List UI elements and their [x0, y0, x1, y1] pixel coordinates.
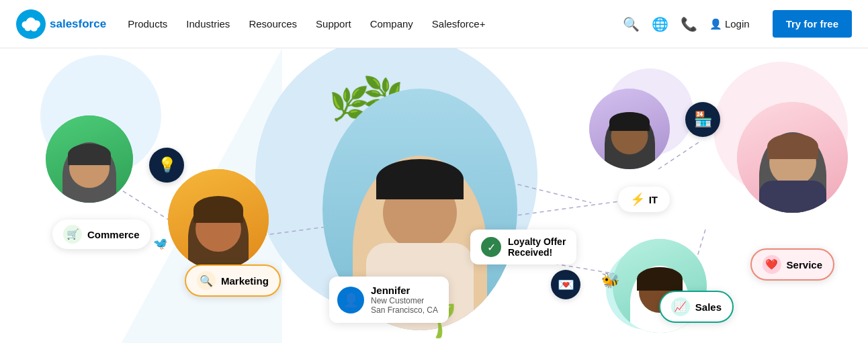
store-icon: 🏪	[694, 111, 712, 128]
phone-icon[interactable]: 📞	[681, 16, 697, 32]
commerce-label: Commerce	[87, 229, 140, 240]
lightning-icon: ⚡	[630, 192, 645, 207]
jennifer-name: Jennifer	[371, 285, 438, 296]
marketing-icon: 🔍	[197, 271, 216, 290]
lightbulb-icon: 💡	[158, 156, 176, 174]
hero-section: 💡 🏪 💌 🛒 Commerce 🔍 Marketing ⚡ IT ✓ Loya…	[0, 48, 868, 343]
logo-text: salesforce	[50, 17, 106, 31]
jennifer-line2: New Customer	[371, 296, 438, 305]
avatar-woman-orange	[168, 169, 269, 270]
avatar-woman-purple	[589, 89, 670, 169]
nav-item-salesforce-plus[interactable]: Salesforce+	[432, 18, 486, 30]
loyalty-title: Loyalty Offer	[508, 236, 566, 247]
sales-label: Sales	[695, 301, 722, 313]
sales-pill: 📈 Sales	[659, 291, 734, 323]
try-for-free-button[interactable]: Try for free	[773, 10, 852, 38]
navbar: salesforce Products Industries Resources…	[0, 0, 868, 48]
login-button[interactable]: 👤 Login	[709, 18, 750, 30]
commerce-icon: 🛒	[63, 225, 82, 244]
login-label: Login	[725, 18, 750, 30]
avatar-man	[46, 115, 133, 203]
sales-icon: 📈	[671, 297, 690, 316]
nav-icons: 🔍 🌐 📞 👤 Login Try for free	[623, 10, 852, 38]
svg-point-3	[30, 24, 38, 32]
nav-item-company[interactable]: Company	[370, 18, 413, 30]
logo[interactable]: salesforce	[16, 9, 106, 39]
service-pill: ❤️ Service	[750, 248, 834, 281]
salesforce-logo	[16, 9, 46, 39]
loyalty-subtitle: Received!	[508, 247, 566, 258]
hummingbird-icon: 🐦	[153, 236, 168, 251]
jennifer-avatar: 👤	[337, 287, 364, 313]
nav-item-products[interactable]: Products	[128, 18, 167, 30]
loyalty-text: Loyalty Offer Received!	[508, 236, 566, 258]
marketing-label: Marketing	[221, 275, 269, 287]
store-icon-circle: 🏪	[685, 102, 720, 137]
svg-point-4	[25, 24, 32, 31]
message-icon: 💌	[558, 277, 574, 293]
it-badge: ⚡ IT	[618, 187, 670, 212]
person-icon: 👤	[709, 18, 722, 30]
commerce-pill: 🛒 Commerce	[52, 219, 150, 249]
lightbulb-icon-circle: 💡	[149, 148, 184, 183]
jennifer-line3: San Francisco, CA	[371, 305, 438, 315]
jennifer-card: 👤 Jennifer New Customer San Francisco, C…	[329, 277, 449, 323]
globe-icon[interactable]: 🌐	[652, 16, 668, 32]
service-label: Service	[787, 259, 822, 271]
nav-item-support[interactable]: Support	[316, 18, 351, 30]
loyalty-card: ✓ Loyalty Offer Received!	[470, 230, 576, 264]
bee-icon: 🐝	[601, 272, 619, 289]
service-icon: ❤️	[763, 255, 781, 274]
check-icon: ✓	[481, 237, 501, 257]
marketing-pill: 🔍 Marketing	[185, 264, 281, 297]
nav-item-resources[interactable]: Resources	[249, 18, 297, 30]
avatar-woman-pink	[737, 102, 848, 213]
jennifer-info: Jennifer New Customer San Francisco, CA	[371, 285, 438, 315]
it-label: IT	[649, 194, 658, 205]
message-icon-circle: 💌	[551, 270, 580, 299]
nav-links: Products Industries Resources Support Co…	[128, 18, 623, 30]
search-icon[interactable]: 🔍	[623, 16, 640, 32]
nav-item-industries[interactable]: Industries	[186, 18, 230, 30]
